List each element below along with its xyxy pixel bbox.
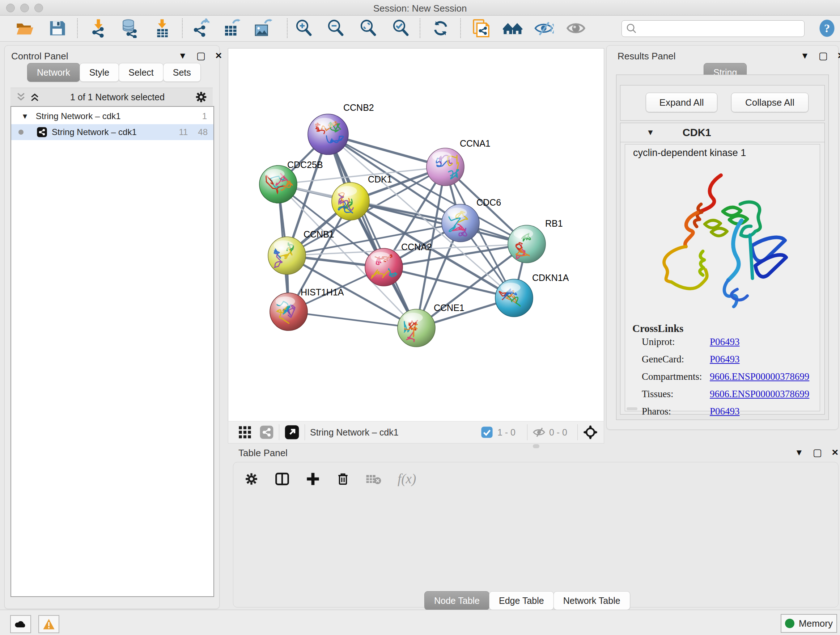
crosshair-icon[interactable] [583,424,598,440]
tab-edge-table[interactable]: Edge Table [489,591,554,610]
table-panel: Table Panel ▼ ▢ ✕ [231,446,840,608]
tab-sets[interactable]: Sets [163,63,201,82]
network-row-selected[interactable]: String Network – cdk1 11 48 [11,124,213,140]
zoom-fit-button[interactable] [358,18,378,38]
crosslink-link[interactable]: P06493 [710,406,740,417]
tree-expander-icon[interactable]: ▼ [21,112,28,120]
zoom-selected-button[interactable] [391,18,411,38]
import-table-button[interactable] [152,18,172,38]
search-input[interactable] [638,23,798,34]
delete-trash-icon[interactable] [336,472,350,486]
node-CDC25B[interactable]: CDC25B [259,160,323,203]
string-enable-glass-button[interactable] [534,18,554,38]
table-settings-gear-icon[interactable] [244,472,259,486]
zoom-in-button[interactable] [294,18,314,38]
grid-view-icon[interactable] [238,425,252,440]
help-button[interactable]: ? [817,18,837,38]
hidden-eye-icon[interactable] [532,426,546,439]
node-CDKN1A[interactable]: CDKN1A [495,272,569,317]
collapse-all-icon[interactable] [16,92,27,103]
split-columns-icon[interactable] [275,472,290,486]
warnings-button[interactable] [38,615,59,633]
float-panel-icon[interactable]: ▢ [813,447,822,458]
zoom-out-button[interactable] [325,18,346,38]
gene-section: ▼ CDK1 cyclin-dependent kinase 1 [620,123,825,415]
add-column-plus-icon[interactable] [306,472,320,486]
import-network-button[interactable] [88,18,109,38]
collapse-panel-icon[interactable]: ▼ [801,51,809,61]
import-network-icon [88,19,108,38]
horizontal-scrollbar-thumb[interactable] [627,407,638,410]
show-hide-eye-button[interactable] [566,18,586,38]
import-network-from-database-button[interactable] [119,18,139,38]
network-share-gray-icon[interactable] [259,425,274,440]
network-graph[interactable]: CCNB2CCNA1CDC25BCDK1CDC6RB1CCNB1CCNA2CDK… [228,49,604,421]
string-copy-network-button[interactable] [471,18,491,38]
save-session-button[interactable] [47,18,67,38]
string-home-button[interactable] [503,18,523,38]
open-view-icon[interactable] [284,424,300,440]
float-panel-icon[interactable]: ▢ [819,50,828,62]
node-HIST1H1A[interactable]: HIST1H1A [270,287,344,331]
network-canvas[interactable]: CCNB2CCNA1CDC25BCDK1CDC6RB1CCNB1CCNA2CDK… [228,48,604,422]
export-table-button[interactable] [221,18,242,38]
float-panel-icon[interactable]: ▢ [196,50,206,62]
expand-collapse-bar: Expand All Collapse All [620,85,825,120]
table-container: f(x) Node TableEdge TableNetwork Table [233,462,838,608]
close-panel-icon[interactable]: ✕ [837,51,840,61]
collapse-panel-icon[interactable]: ▼ [178,51,187,61]
apply-layout-button[interactable] [431,18,451,38]
node-CCNB1[interactable]: CCNB1 [268,229,334,274]
string-results-container: Expand All Collapse All ▼ CDK1 cyclin-de… [616,74,829,420]
network-collection-row[interactable]: ▼ String Network – cdk1 1 [11,107,213,124]
gear-icon[interactable] [195,90,208,103]
open-session-button[interactable] [14,18,35,38]
collapse-panel-icon[interactable]: ▼ [795,448,804,458]
zoom-fit-icon [358,19,378,38]
edge-HIST1H1A-CCNE1[interactable] [289,312,416,328]
search-field-container [622,20,805,37]
crosslink-link[interactable]: P06493 [710,354,740,365]
crosslink-link[interactable]: P06493 [710,336,740,348]
network-share-icon [36,127,47,138]
close-panel-icon[interactable]: ✕ [215,51,222,61]
expand-all-button[interactable]: Expand All [646,93,717,112]
crosslink-label: Uniprot: [642,336,710,348]
zoom-out-icon [326,19,346,38]
memory-button[interactable]: Memory [781,614,837,633]
close-panel-icon[interactable]: ✕ [831,448,838,458]
tab-style[interactable]: Style [80,63,119,82]
selected-checkbox-icon[interactable] [481,426,493,439]
cloud-status-button[interactable] [10,615,31,633]
tab-node-table[interactable]: Node Table [424,591,489,610]
crosslinks-title: CrossLinks [632,323,684,334]
node-CCNB2[interactable]: CCNB2 [308,103,374,155]
node-CDK1[interactable]: CDK1 [332,174,392,220]
collapse-all-button[interactable]: Collapse All [731,93,808,112]
section-expander-icon[interactable]: ▼ [646,128,654,137]
node-label-CDKN1A: CDKN1A [532,272,569,283]
results-panel-title: Results Panel [617,51,676,62]
toolbar-separator [287,19,287,38]
crosslink-link[interactable]: 9606.ENSP00000378699 [710,388,809,400]
node-CCNA1[interactable]: CCNA1 [426,138,491,186]
network-list-header: 1 of 1 Network selected [11,88,213,106]
edge-count: 48 [198,127,208,137]
protein-structure-image [647,170,791,311]
tab-network[interactable]: Network [27,63,80,82]
crosslinks-list: Uniprot:P06493GeneCard:P06493Compartment… [642,336,815,423]
export-network-button[interactable] [191,18,211,38]
search-icon [625,22,638,35]
node-label-CDK1: CDK1 [368,174,392,184]
tab-network-table[interactable]: Network Table [554,591,630,610]
tab-select[interactable]: Select [118,63,163,82]
crosslink-link[interactable]: 9606.ENSP00000378699 [710,371,809,382]
help-icon: ? [818,19,836,38]
export-image-button[interactable] [253,18,273,38]
expand-all-icon[interactable] [29,92,40,103]
gene-header-row[interactable]: ▼ CDK1 [621,123,824,142]
node-RB1[interactable]: RB1 [508,218,563,263]
network-collection-label: String Network – cdk1 [36,111,121,121]
warning-triangle-icon [43,618,55,630]
network-view-toolbar: String Network – cdk1 1 - 0 0 - 0 [228,421,604,443]
